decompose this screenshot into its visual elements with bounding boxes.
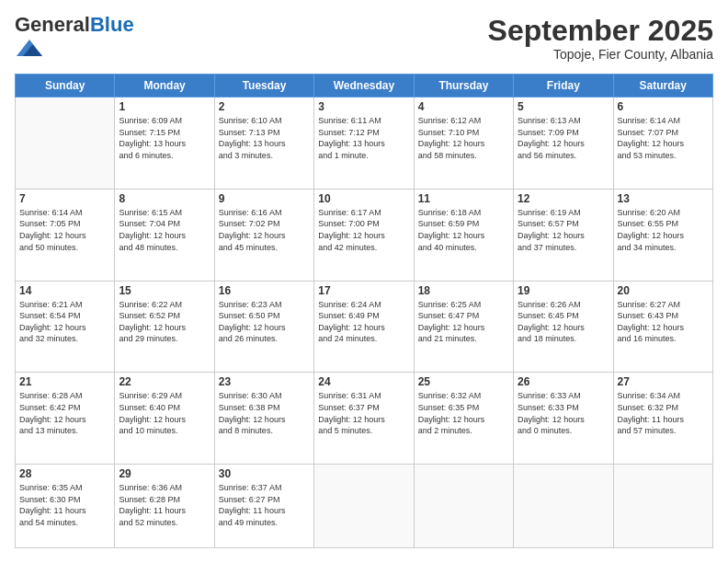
day-number: 5 xyxy=(518,100,609,113)
day-number: 18 xyxy=(418,284,509,297)
header: GeneralBlue September 2025 Topoje, Fier … xyxy=(15,15,713,64)
day-info: Sunrise: 6:21 AM Sunset: 6:54 PM Dayligh… xyxy=(19,299,110,345)
day-number: 7 xyxy=(19,192,110,205)
day-info: Sunrise: 6:30 AM Sunset: 6:38 PM Dayligh… xyxy=(219,390,310,436)
day-number: 28 xyxy=(19,467,110,480)
calendar-cell: 24Sunrise: 6:31 AM Sunset: 6:37 PM Dayli… xyxy=(314,373,414,465)
calendar-cell: 16Sunrise: 6:23 AM Sunset: 6:50 PM Dayli… xyxy=(214,281,313,373)
day-info: Sunrise: 6:27 AM Sunset: 6:43 PM Dayligh… xyxy=(618,299,709,345)
day-number: 23 xyxy=(219,375,310,388)
calendar-cell: 22Sunrise: 6:29 AM Sunset: 6:40 PM Dayli… xyxy=(115,373,214,465)
day-info: Sunrise: 6:33 AM Sunset: 6:33 PM Dayligh… xyxy=(518,390,609,436)
day-number: 3 xyxy=(318,100,409,113)
day-number: 24 xyxy=(318,375,409,388)
logo: GeneralBlue xyxy=(15,15,134,64)
day-number: 13 xyxy=(618,192,709,205)
day-info: Sunrise: 6:28 AM Sunset: 6:42 PM Dayligh… xyxy=(19,390,110,436)
day-info: Sunrise: 6:14 AM Sunset: 7:05 PM Dayligh… xyxy=(19,207,110,253)
logo-general: General xyxy=(15,13,90,36)
col-friday: Friday xyxy=(514,75,613,98)
calendar-cell: 5Sunrise: 6:13 AM Sunset: 7:09 PM Daylig… xyxy=(514,98,613,190)
calendar-cell: 7Sunrise: 6:14 AM Sunset: 7:05 PM Daylig… xyxy=(16,189,115,281)
calendar-cell: 29Sunrise: 6:36 AM Sunset: 6:28 PM Dayli… xyxy=(115,465,214,548)
calendar-cell: 10Sunrise: 6:17 AM Sunset: 7:00 PM Dayli… xyxy=(314,189,414,281)
calendar-cell: 25Sunrise: 6:32 AM Sunset: 6:35 PM Dayli… xyxy=(414,373,513,465)
day-info: Sunrise: 6:26 AM Sunset: 6:45 PM Dayligh… xyxy=(518,299,609,345)
calendar-cell: 8Sunrise: 6:15 AM Sunset: 7:04 PM Daylig… xyxy=(115,189,214,281)
calendar-cell: 18Sunrise: 6:25 AM Sunset: 6:47 PM Dayli… xyxy=(414,281,513,373)
calendar-cell xyxy=(514,465,613,548)
col-saturday: Saturday xyxy=(613,75,712,98)
calendar-cell xyxy=(414,465,513,548)
day-info: Sunrise: 6:11 AM Sunset: 7:12 PM Dayligh… xyxy=(318,115,409,161)
day-info: Sunrise: 6:15 AM Sunset: 7:04 PM Dayligh… xyxy=(119,207,210,253)
day-number: 9 xyxy=(219,192,310,205)
day-info: Sunrise: 6:14 AM Sunset: 7:07 PM Dayligh… xyxy=(618,115,709,161)
day-info: Sunrise: 6:29 AM Sunset: 6:40 PM Dayligh… xyxy=(119,390,210,436)
col-thursday: Thursday xyxy=(414,75,513,98)
location-subtitle: Topoje, Fier County, Albania xyxy=(488,47,713,62)
day-info: Sunrise: 6:18 AM Sunset: 6:59 PM Dayligh… xyxy=(418,207,509,253)
day-number: 15 xyxy=(119,284,210,297)
calendar-cell: 30Sunrise: 6:37 AM Sunset: 6:27 PM Dayli… xyxy=(214,465,313,548)
calendar-cell: 28Sunrise: 6:35 AM Sunset: 6:30 PM Dayli… xyxy=(16,465,115,548)
day-info: Sunrise: 6:32 AM Sunset: 6:35 PM Dayligh… xyxy=(418,390,509,436)
calendar-cell: 6Sunrise: 6:14 AM Sunset: 7:07 PM Daylig… xyxy=(613,98,712,190)
calendar-cell: 27Sunrise: 6:34 AM Sunset: 6:32 PM Dayli… xyxy=(613,373,712,465)
calendar-cell: 12Sunrise: 6:19 AM Sunset: 6:57 PM Dayli… xyxy=(514,189,613,281)
day-info: Sunrise: 6:25 AM Sunset: 6:47 PM Dayligh… xyxy=(418,299,509,345)
col-wednesday: Wednesday xyxy=(314,75,414,98)
calendar-cell: 17Sunrise: 6:24 AM Sunset: 6:49 PM Dayli… xyxy=(314,281,414,373)
day-number: 22 xyxy=(119,375,210,388)
col-sunday: Sunday xyxy=(16,75,115,98)
calendar-cell xyxy=(16,98,115,190)
day-number: 10 xyxy=(318,192,409,205)
day-number: 14 xyxy=(19,284,110,297)
day-number: 6 xyxy=(618,100,709,113)
logo-icon xyxy=(17,35,42,61)
day-number: 2 xyxy=(219,100,310,113)
calendar-cell: 2Sunrise: 6:10 AM Sunset: 7:13 PM Daylig… xyxy=(214,98,313,190)
calendar-header-row: Sunday Monday Tuesday Wednesday Thursday… xyxy=(16,75,713,98)
title-block: September 2025 Topoje, Fier County, Alba… xyxy=(488,15,713,62)
day-info: Sunrise: 6:37 AM Sunset: 6:27 PM Dayligh… xyxy=(219,482,310,528)
day-number: 20 xyxy=(618,284,709,297)
day-number: 30 xyxy=(219,467,310,480)
calendar-cell: 26Sunrise: 6:33 AM Sunset: 6:33 PM Dayli… xyxy=(514,373,613,465)
day-number: 11 xyxy=(418,192,509,205)
day-info: Sunrise: 6:24 AM Sunset: 6:49 PM Dayligh… xyxy=(318,299,409,345)
day-number: 4 xyxy=(418,100,509,113)
calendar-cell: 14Sunrise: 6:21 AM Sunset: 6:54 PM Dayli… xyxy=(16,281,115,373)
day-number: 29 xyxy=(119,467,210,480)
day-number: 21 xyxy=(19,375,110,388)
col-monday: Monday xyxy=(115,75,214,98)
day-info: Sunrise: 6:10 AM Sunset: 7:13 PM Dayligh… xyxy=(219,115,310,161)
calendar-cell: 23Sunrise: 6:30 AM Sunset: 6:38 PM Dayli… xyxy=(214,373,313,465)
day-info: Sunrise: 6:34 AM Sunset: 6:32 PM Dayligh… xyxy=(618,390,709,436)
month-title: September 2025 xyxy=(488,15,713,47)
day-info: Sunrise: 6:12 AM Sunset: 7:10 PM Dayligh… xyxy=(418,115,509,161)
day-number: 12 xyxy=(518,192,609,205)
calendar-cell: 15Sunrise: 6:22 AM Sunset: 6:52 PM Dayli… xyxy=(115,281,214,373)
logo-blue: Blue xyxy=(90,13,134,36)
day-info: Sunrise: 6:16 AM Sunset: 7:02 PM Dayligh… xyxy=(219,207,310,253)
calendar-cell: 13Sunrise: 6:20 AM Sunset: 6:55 PM Dayli… xyxy=(613,189,712,281)
calendar-cell: 21Sunrise: 6:28 AM Sunset: 6:42 PM Dayli… xyxy=(16,373,115,465)
day-number: 8 xyxy=(119,192,210,205)
day-info: Sunrise: 6:19 AM Sunset: 6:57 PM Dayligh… xyxy=(518,207,609,253)
day-info: Sunrise: 6:20 AM Sunset: 6:55 PM Dayligh… xyxy=(618,207,709,253)
page: GeneralBlue September 2025 Topoje, Fier … xyxy=(0,0,728,563)
day-number: 19 xyxy=(518,284,609,297)
day-info: Sunrise: 6:22 AM Sunset: 6:52 PM Dayligh… xyxy=(119,299,210,345)
day-number: 25 xyxy=(418,375,509,388)
day-number: 1 xyxy=(119,100,210,113)
day-info: Sunrise: 6:13 AM Sunset: 7:09 PM Dayligh… xyxy=(518,115,609,161)
day-number: 16 xyxy=(219,284,310,297)
day-number: 17 xyxy=(318,284,409,297)
logo-text: GeneralBlue xyxy=(15,15,134,35)
day-info: Sunrise: 6:23 AM Sunset: 6:50 PM Dayligh… xyxy=(219,299,310,345)
day-info: Sunrise: 6:31 AM Sunset: 6:37 PM Dayligh… xyxy=(318,390,409,436)
col-tuesday: Tuesday xyxy=(214,75,313,98)
calendar-cell: 4Sunrise: 6:12 AM Sunset: 7:10 PM Daylig… xyxy=(414,98,513,190)
day-info: Sunrise: 6:09 AM Sunset: 7:15 PM Dayligh… xyxy=(119,115,210,161)
